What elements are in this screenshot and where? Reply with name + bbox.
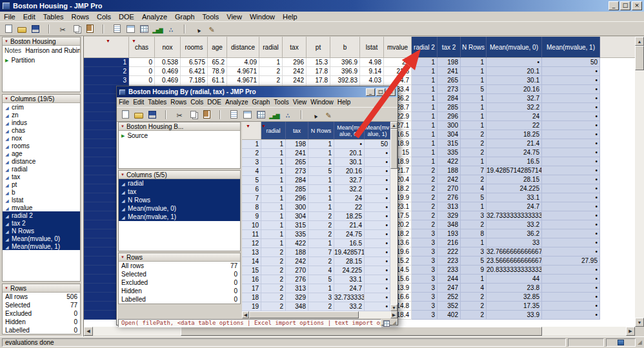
toolbar-button[interactable] <box>200 108 213 121</box>
cell-selected[interactable]: 1 <box>412 94 438 103</box>
toolbar-button[interactable] <box>159 108 172 121</box>
cell[interactable]: 17.8 <box>307 67 330 76</box>
cell[interactable]: 335 <box>286 230 308 239</box>
main-horizontal-scrollbar[interactable]: ◀ ▶ <box>84 327 635 336</box>
column-list-item[interactable]: Mean(mvalue, 1) <box>119 213 240 221</box>
cell[interactable]: 3 <box>308 293 334 302</box>
cell-selected[interactable]: 27.95 <box>542 256 600 266</box>
cell[interactable]: 2 <box>261 302 286 311</box>
cell[interactable]: 21.4 <box>334 221 365 230</box>
cell[interactable]: 315 <box>286 221 308 230</box>
cell-selected[interactable]: 2 <box>412 184 438 193</box>
cell-selected[interactable]: 21.4 <box>487 139 542 148</box>
column-header[interactable]: radial <box>259 37 283 58</box>
cell[interactable]: 1 <box>308 176 334 185</box>
scroll-left-button[interactable]: ◀ <box>84 327 93 336</box>
row-number[interactable]: 19 <box>242 302 261 311</box>
cell[interactable]: • <box>365 266 390 275</box>
cell-selected[interactable]: 2 <box>461 148 487 157</box>
cell-selected[interactable]: • <box>542 193 600 202</box>
columns-menu-icon[interactable]: ▼ <box>106 39 110 43</box>
cell-selected[interactable]: • <box>542 229 600 238</box>
cell[interactable]: 296 <box>283 58 307 67</box>
cell-selected[interactable]: 1 <box>461 67 487 76</box>
cell-selected[interactable]: 300 <box>438 121 461 130</box>
cell[interactable]: 24 <box>334 194 365 203</box>
cell[interactable]: 285 <box>286 185 308 194</box>
scroll-up-button[interactable]: ▲ <box>390 122 397 129</box>
cell[interactable]: 2 <box>308 302 334 311</box>
cell[interactable]: 9.14 <box>360 67 384 76</box>
cell[interactable]: 2 <box>259 67 283 76</box>
toolbar-button[interactable] <box>119 108 132 121</box>
column-list-item[interactable]: b <box>3 188 80 196</box>
cell-selected[interactable]: 5 <box>461 193 487 202</box>
table-row[interactable]: 1 0 0.538 6.575 65.2 4.09 1 296 15.3 396… <box>84 58 635 67</box>
cell-selected[interactable]: 1 <box>461 112 487 121</box>
cell[interactable]: 2 <box>261 266 286 275</box>
row-number[interactable]: 1 <box>242 140 261 149</box>
rows-stat[interactable]: Excluded 0 <box>119 278 240 287</box>
menu-item[interactable]: Tools <box>272 98 290 106</box>
cell-selected[interactable]: 24.75 <box>487 148 542 157</box>
maximize-button[interactable]: □ <box>620 1 630 10</box>
cell-selected[interactable]: 8 <box>461 229 487 238</box>
cell[interactable]: 1 <box>261 185 286 194</box>
row-number[interactable]: 3 <box>242 158 261 167</box>
cell-selected[interactable]: • <box>542 94 600 103</box>
cell-selected[interactable]: 2 <box>412 202 438 211</box>
cell-selected[interactable]: 222 <box>438 247 461 256</box>
column-header[interactable]: b <box>330 37 360 58</box>
cell-selected[interactable]: • <box>542 220 600 229</box>
cell-selected[interactable]: 2 <box>461 311 487 320</box>
cell[interactable]: 0 <box>129 76 155 85</box>
cell-selected[interactable]: 2 <box>461 302 487 311</box>
menu-item[interactable]: Tables <box>146 98 168 106</box>
cell[interactable]: • <box>365 203 390 212</box>
child-horizontal-scrollbar[interactable]: ◀ ▶ <box>242 311 397 318</box>
cell[interactable]: 242 <box>286 257 308 266</box>
scroll-thumb[interactable] <box>249 311 359 318</box>
cell[interactable]: 19.4285714285714 <box>334 248 365 257</box>
cell[interactable]: 20.16 <box>334 167 365 176</box>
table-row[interactable]: 3 0 0.469 7.185 61.1 4.9671 2 242 17.8 3… <box>84 76 635 85</box>
cell[interactable]: 242 <box>283 67 307 76</box>
cell-selected[interactable]: 24 <box>487 112 542 121</box>
cell[interactable]: 34.7 <box>384 76 412 85</box>
cell-selected[interactable]: 32.2 <box>487 103 542 112</box>
cell[interactable]: 1 <box>308 284 334 293</box>
toolbar-button[interactable] <box>173 108 186 121</box>
rows-panel-header[interactable]: ▼ Rows <box>3 284 80 293</box>
table-panel-header[interactable]: ▼ Boston Housing <box>3 37 80 46</box>
toolbar-button[interactable] <box>56 23 69 35</box>
scroll-thumb[interactable] <box>390 129 397 169</box>
cell[interactable]: 270 <box>286 266 308 275</box>
cell[interactable]: 2 <box>308 212 334 221</box>
cell[interactable]: 4.03 <box>360 76 384 85</box>
column-header[interactable]: mvalue <box>384 37 412 58</box>
cell-selected[interactable]: 1 <box>461 94 487 103</box>
column-list-item[interactable]: lstat <box>3 196 80 204</box>
cell-selected[interactable]: 216 <box>438 238 461 247</box>
cell-selected[interactable]: 2 <box>412 220 438 229</box>
cell-selected[interactable]: 19.4285714285714 <box>487 166 542 175</box>
cell[interactable]: 6.421 <box>181 67 208 76</box>
cell-selected[interactable]: 3 <box>412 302 438 311</box>
toolbar-button[interactable] <box>146 108 159 121</box>
row-number[interactable]: 6 <box>242 185 261 194</box>
cell[interactable]: 422 <box>286 239 308 248</box>
menu-item[interactable]: Edit <box>131 98 146 106</box>
cell-selected[interactable]: 335 <box>438 148 461 157</box>
cell-selected[interactable]: 4 <box>461 284 487 293</box>
rows-menu-icon[interactable]: ▼ <box>132 39 136 43</box>
cell-selected[interactable]: 22 <box>487 121 542 130</box>
toolbar-button[interactable] <box>186 108 199 121</box>
cell-selected[interactable]: 2 <box>461 220 487 229</box>
columns-panel-header[interactable]: ▼ Columns (19/5) <box>3 95 80 103</box>
row-number[interactable]: 14 <box>242 257 261 266</box>
cell-selected[interactable]: 1 <box>412 76 438 85</box>
toolbar-button[interactable] <box>43 23 55 35</box>
cell-selected[interactable]: 1 <box>412 112 438 121</box>
toolbar-button[interactable] <box>2 23 15 35</box>
toolbar-button[interactable] <box>151 23 164 35</box>
